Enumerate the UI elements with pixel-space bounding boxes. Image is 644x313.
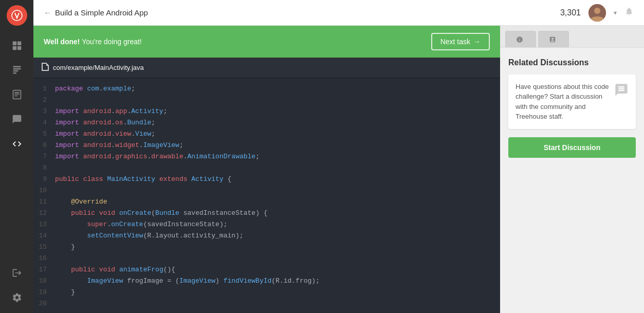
right-panel: Related Discussions Have questions about… <box>500 26 644 313</box>
sidebar-item-signout[interactable] <box>7 263 27 283</box>
code-line: 1 package com.example; <box>33 83 500 95</box>
svg-rect-12 <box>14 96 18 97</box>
svg-rect-2 <box>17 42 21 46</box>
file-icon <box>42 63 49 72</box>
success-regular: You're doing great! <box>80 38 142 46</box>
discussion-card: Have questions about this code challenge… <box>508 75 636 129</box>
svg-rect-1 <box>12 42 16 46</box>
code-line: 14 setContentView(R.layout.activity_main… <box>33 230 500 242</box>
page-title: Build a Simple Android App <box>55 8 148 17</box>
main-content: ← Build a Simple Android App 3,301 ▾ <box>33 0 644 313</box>
next-task-button[interactable]: Next task → <box>431 33 490 50</box>
chevron-down-icon[interactable]: ▾ <box>614 9 617 16</box>
svg-rect-8 <box>13 72 16 74</box>
sidebar <box>0 0 33 313</box>
code-line: 7 import android.graphics.drawable.Anima… <box>33 151 500 162</box>
code-line: 5 import android.view.View; <box>33 128 500 140</box>
code-line: 18 ImageView frogImage = (ImageView) fin… <box>33 275 500 287</box>
right-tab-1[interactable] <box>505 31 536 47</box>
svg-rect-7 <box>13 70 18 72</box>
sidebar-logo[interactable] <box>7 5 27 26</box>
code-panel: Well done! You're doing great! Next task… <box>33 26 500 313</box>
svg-rect-11 <box>14 94 20 95</box>
svg-rect-10 <box>14 92 20 93</box>
svg-point-14 <box>594 8 600 14</box>
body-area: Well done! You're doing great! Next task… <box>33 26 644 313</box>
code-line: 6 import android.widget.ImageView; <box>33 140 500 151</box>
discussion-description: Have questions about this code challenge… <box>516 82 609 122</box>
file-name: com/example/MainActivity.java <box>53 64 144 71</box>
right-tabs <box>500 26 644 48</box>
sidebar-item-discussions[interactable] <box>7 109 27 130</box>
code-line: 19 } <box>33 287 500 298</box>
related-discussions-title: Related Discussions <box>508 58 636 67</box>
svg-rect-4 <box>17 46 21 50</box>
related-discussions-section: Related Discussions Have questions about… <box>500 48 644 168</box>
success-bold: Well done! <box>44 38 80 46</box>
sidebar-item-news[interactable] <box>7 84 27 105</box>
code-line: 3 import android.app.Activity; <box>33 106 500 117</box>
code-editor[interactable]: 1 package com.example; 2 3 import androi… <box>33 78 500 313</box>
code-line: 17 public void animateFrog(){ <box>33 264 500 275</box>
code-line: 2 <box>33 95 500 106</box>
code-line: 15 } <box>33 242 500 253</box>
success-message: Well done! You're doing great! <box>44 38 142 46</box>
notification-bell-icon[interactable] <box>624 6 634 19</box>
code-line: 4 import android.os.Bundle; <box>33 117 500 128</box>
code-line: 13 super.onCreate(savedInstanceState); <box>33 219 500 230</box>
code-line: 11 @Override <box>33 196 500 208</box>
back-button[interactable]: ← Build a Simple Android App <box>44 8 148 17</box>
sidebar-item-home[interactable] <box>7 35 27 56</box>
success-banner: Well done! You're doing great! Next task… <box>33 26 500 58</box>
header: ← Build a Simple Android App 3,301 ▾ <box>33 0 644 26</box>
svg-rect-5 <box>13 66 21 68</box>
sidebar-item-settings[interactable] <box>7 287 27 308</box>
avatar[interactable] <box>588 4 606 22</box>
discussion-chat-icon <box>614 83 629 100</box>
sidebar-item-library[interactable] <box>7 60 27 80</box>
header-right: 3,301 ▾ <box>560 4 634 22</box>
code-line: 9 public class MainActivity extends Acti… <box>33 174 500 185</box>
back-arrow-icon: ← <box>44 8 52 17</box>
file-header: com/example/MainActivity.java <box>33 58 500 78</box>
code-line: 20 <box>33 298 500 309</box>
code-line: 16 <box>33 253 500 264</box>
sidebar-item-code[interactable] <box>7 134 27 154</box>
code-line: 12 public void onCreate(Bundle savedInst… <box>33 208 500 219</box>
right-tab-2[interactable] <box>538 31 569 47</box>
svg-rect-6 <box>13 68 21 70</box>
code-line: 8 <box>33 162 500 174</box>
points-display: 3,301 <box>560 8 581 17</box>
start-discussion-button[interactable]: Start Discussion <box>508 137 636 158</box>
svg-rect-3 <box>12 46 16 50</box>
code-line: 10 <box>33 185 500 196</box>
